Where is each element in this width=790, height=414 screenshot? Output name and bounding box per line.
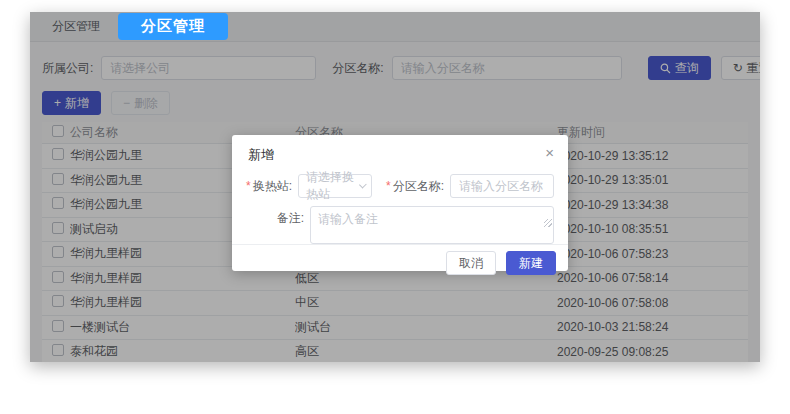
station-select-placeholder: 请选择换热站	[306, 169, 359, 203]
add-partition-dialog: 新增 × * 换热站: 请选择换热站 * 分区名称:	[232, 135, 568, 271]
required-mark: *	[386, 179, 391, 193]
remark-field-label-wrap: 备注:	[246, 206, 304, 230]
highlight-badge: 分区管理	[118, 13, 228, 40]
remark-field[interactable]	[310, 206, 554, 244]
dialog-body: * 换热站: 请选择换热站 * 分区名称: 备注:	[232, 170, 568, 244]
chevron-down-icon	[359, 181, 367, 189]
dialog-footer: 取消 新建	[232, 244, 568, 281]
dialog-title: 新增	[248, 147, 274, 162]
station-field-label: 换热站:	[253, 178, 292, 195]
dialog-form-row-2: 备注:	[246, 206, 554, 244]
station-select[interactable]: 请选择换热站	[298, 174, 372, 198]
screen: 分区管理 所属公司: 分区名称: 查询 ↻	[0, 0, 790, 414]
required-mark: *	[246, 179, 251, 193]
partition-field-label-wrap: * 分区名称:	[386, 174, 444, 198]
remark-field-label: 备注:	[277, 210, 304, 227]
confirm-create-button[interactable]: 新建	[506, 251, 556, 275]
close-icon[interactable]: ×	[543, 143, 556, 162]
station-field-label-wrap: * 换热站:	[246, 174, 292, 198]
dialog-header: 新增 ×	[232, 135, 568, 170]
dialog-form-row-1: * 换热站: 请选择换热站 * 分区名称:	[246, 174, 554, 198]
partition-field-label: 分区名称:	[393, 178, 444, 195]
partition-name-field[interactable]	[450, 174, 554, 198]
cancel-button[interactable]: 取消	[446, 251, 496, 275]
